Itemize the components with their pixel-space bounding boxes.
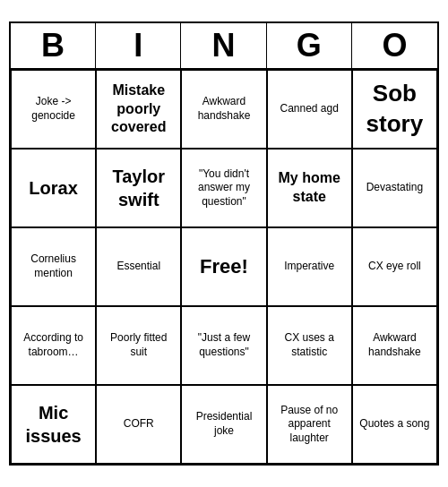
bingo-cell-10: Cornelius mention bbox=[11, 227, 96, 306]
bingo-cell-9: Devastating bbox=[352, 149, 437, 227]
header-letter-o: O bbox=[352, 23, 437, 68]
header-letter-g: G bbox=[267, 23, 352, 68]
bingo-cell-24: Quotes a song bbox=[352, 385, 437, 464]
bingo-cell-0: Joke -> genocide bbox=[11, 70, 96, 149]
bingo-cell-6: Taylor swift bbox=[96, 149, 181, 227]
bingo-cell-4: Sob story bbox=[352, 70, 437, 149]
bingo-cell-23: Pause of no apparent laughter bbox=[267, 385, 352, 464]
bingo-cell-18: CX uses a statistic bbox=[267, 306, 352, 385]
bingo-cell-7: "You didn't answer my question" bbox=[181, 149, 266, 227]
header-letter-i: I bbox=[96, 23, 181, 68]
bingo-cell-13: Imperative bbox=[267, 227, 352, 306]
header-letter-n: N bbox=[181, 23, 266, 68]
bingo-cell-8: My home state bbox=[267, 149, 352, 227]
bingo-cell-5: Lorax bbox=[11, 149, 96, 227]
bingo-cell-1: Mistake poorly covered bbox=[96, 70, 181, 149]
bingo-cell-12: Free! bbox=[181, 227, 266, 306]
bingo-card: BINGO Joke -> genocideMistake poorly cov… bbox=[9, 21, 439, 466]
bingo-cell-17: "Just a few questions" bbox=[181, 306, 266, 385]
bingo-cell-2: Awkward handshake bbox=[181, 70, 266, 149]
bingo-cell-11: Essential bbox=[96, 227, 181, 306]
bingo-cell-16: Poorly fitted suit bbox=[96, 306, 181, 385]
bingo-cell-3: Canned agd bbox=[267, 70, 352, 149]
bingo-cell-15: According to tabroom… bbox=[11, 306, 96, 385]
header-letter-b: B bbox=[11, 23, 96, 68]
bingo-cell-21: COFR bbox=[96, 385, 181, 464]
bingo-cell-14: CX eye roll bbox=[352, 227, 437, 306]
bingo-grid: Joke -> genocideMistake poorly coveredAw… bbox=[11, 70, 437, 464]
bingo-cell-19: Awkward handshake bbox=[352, 306, 437, 385]
bingo-cell-20: Mic issues bbox=[11, 385, 96, 464]
bingo-header: BINGO bbox=[11, 23, 437, 70]
bingo-cell-22: Presidential joke bbox=[181, 385, 266, 464]
